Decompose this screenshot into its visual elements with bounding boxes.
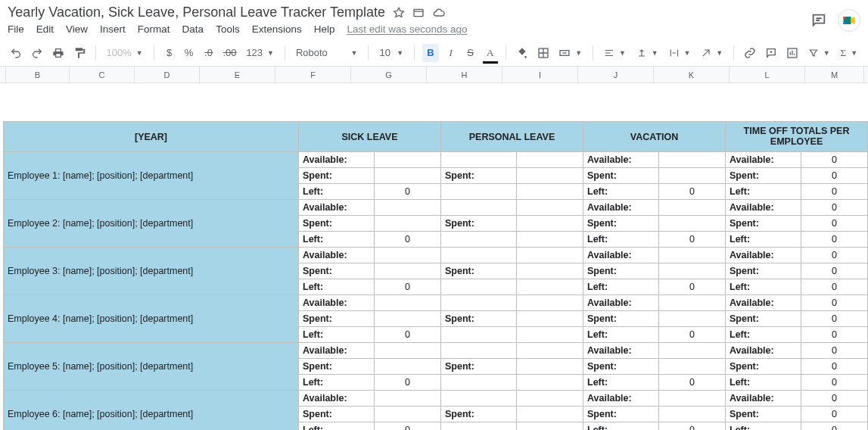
label-available[interactable]: Available: [299,200,375,216]
label-available[interactable]: Available: [299,248,375,263]
decrease-decimal-button[interactable]: .0 [201,44,216,62]
chart-icon[interactable] [784,44,801,62]
header-vacation[interactable]: VACATION [583,122,726,152]
menu-view[interactable]: View [66,23,88,35]
label-available[interactable]: Available: [299,295,375,311]
percent-button[interactable]: % [182,44,197,62]
increase-decimal-button[interactable]: .00 [221,44,239,62]
comments-icon[interactable] [810,12,827,29]
employee-cell[interactable]: Employee 6: [name]; [position]; [departm… [4,391,299,431]
label-spent[interactable]: Spent: [299,359,375,375]
leave-tracker-table[interactable]: [YEAR] SICK LEAVE PERSONAL LEAVE VACATIO… [3,121,868,430]
star-icon[interactable] [393,7,405,19]
redo-icon[interactable] [29,44,45,62]
svg-rect-0 [414,9,423,16]
header-totals[interactable]: TIME OFF TOTALS PER EMPLOYEE [726,122,868,152]
header-year[interactable]: [YEAR] [4,122,299,152]
merge-cells-icon[interactable]: ▼ [555,44,585,62]
menu-file[interactable]: File [8,23,24,35]
menu-edit[interactable]: Edit [36,23,54,35]
currency-button[interactable]: $ [162,44,177,62]
label-available[interactable]: Available: [299,152,375,168]
column-headers[interactable]: B C D E F G H I J K L M [0,67,868,83]
font-size-select[interactable]: 10▼ [376,44,406,62]
borders-icon[interactable] [535,44,552,62]
paint-format-icon[interactable] [71,44,88,62]
label-spent[interactable]: Spent: [299,407,375,422]
label-available[interactable]: Available: [299,343,375,359]
label-available[interactable]: Available: [299,391,375,407]
label-spent[interactable]: Spent: [299,168,375,184]
employee-cell[interactable]: Employee 3: [name]; [position]; [departm… [4,248,299,295]
filter-icon[interactable]: ▼ [805,44,833,62]
more-formats-button[interactable]: 123▼ [243,44,276,62]
zoom-select[interactable]: 100%▼ [104,44,146,62]
menu-extensions[interactable]: Extensions [252,23,302,35]
label-left[interactable]: Left: [299,232,375,248]
h-align-icon[interactable]: ▼ [601,44,629,62]
last-edit[interactable]: Last edit was seconds ago [347,23,467,35]
label-left[interactable]: Left: [299,279,375,295]
fill-color-icon[interactable] [514,44,530,62]
text-color-button[interactable]: A [483,44,498,62]
menu-bar: File Edit View Insert Format Data Tools … [8,20,468,39]
label-left[interactable]: Left: [299,184,375,200]
italic-button[interactable]: I [443,44,459,62]
label-spent[interactable]: Spent: [299,263,375,279]
bold-button[interactable]: B [422,44,438,62]
move-icon[interactable] [412,7,425,19]
doc-title[interactable]: Yearly Vacation, Sick Leave, Personal Le… [8,5,385,20]
label-left[interactable]: Left: [299,375,375,391]
undo-icon[interactable] [8,44,24,62]
font-select[interactable]: Roboto▼ [293,44,361,62]
functions-icon[interactable]: Σ▼ [838,44,860,62]
rotate-icon[interactable]: ▼ [698,44,726,62]
cloud-icon[interactable] [432,7,446,19]
label-spent[interactable]: Spent: [299,311,375,327]
menu-format[interactable]: Format [138,23,170,35]
meet-icon[interactable] [838,9,860,32]
toolbar: 100%▼ $ % .0 .00 123▼ Roboto▼ 10▼ B I S … [0,39,868,67]
print-icon[interactable] [50,44,67,62]
comment-icon[interactable] [763,44,779,62]
menu-help[interactable]: Help [314,23,335,35]
menu-tools[interactable]: Tools [216,23,240,35]
menu-data[interactable]: Data [182,23,204,35]
header-sick[interactable]: SICK LEAVE [299,122,441,152]
header-personal[interactable]: PERSONAL LEAVE [441,122,583,152]
link-icon[interactable] [742,44,758,62]
label-left[interactable]: Left: [299,422,375,431]
employee-cell[interactable]: Employee 5: [name]; [position]; [departm… [4,343,299,391]
employee-cell[interactable]: Employee 1: [name]; [position]; [departm… [4,152,299,200]
employee-cell[interactable]: Employee 2: [name]; [position]; [departm… [4,200,299,248]
employee-cell[interactable]: Employee 4: [name]; [position]; [departm… [4,295,299,343]
label-left[interactable]: Left: [299,327,375,343]
wrap-icon[interactable]: ▼ [666,44,694,62]
menu-insert[interactable]: Insert [100,23,126,35]
v-align-icon[interactable]: ▼ [633,44,661,62]
strike-button[interactable]: S [463,44,478,62]
label-spent[interactable]: Spent: [299,216,375,232]
